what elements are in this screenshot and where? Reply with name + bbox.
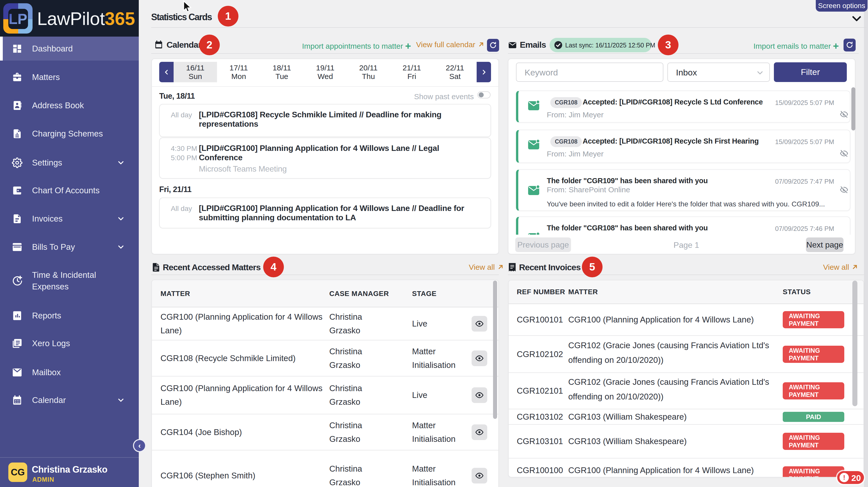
svg-text:LP: LP: [8, 10, 27, 27]
